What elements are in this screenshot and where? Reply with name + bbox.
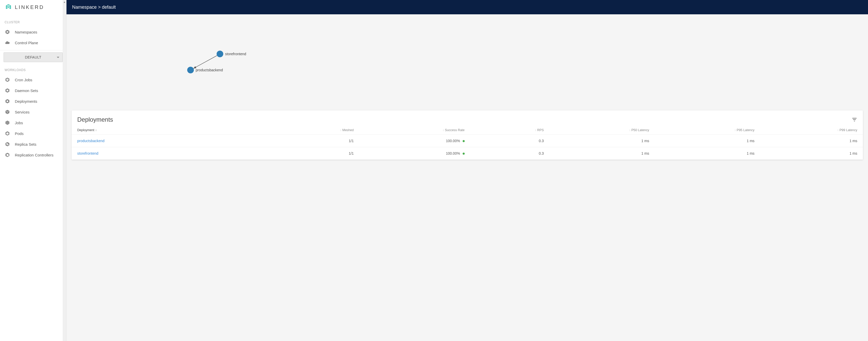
- chevron-down-icon: [57, 57, 59, 58]
- sidebar-item-label: Replica Sets: [15, 142, 36, 147]
- sort-icon: ↑: [535, 129, 536, 132]
- cell-rps: 0.3: [468, 135, 547, 147]
- sidebar-item-deployments[interactable]: Deployments: [0, 96, 66, 106]
- sidebar-item-label: Services: [15, 110, 30, 114]
- status-ok-icon: [463, 153, 465, 155]
- sidebar-item-replica-sets[interactable]: Replica Sets: [0, 139, 66, 150]
- graph-node-label: productsbackend: [196, 68, 223, 72]
- cell-meshed: 1/1: [278, 147, 357, 160]
- table-row: storefrontend1/1100.00% 0.31 ms1 ms1 ms: [72, 147, 863, 160]
- sort-icon: ↑: [340, 129, 342, 132]
- sidebar-section-cluster: CLUSTER: [0, 18, 66, 27]
- pods-icon: [5, 131, 10, 136]
- sidebar-item-label: Cron Jobs: [15, 78, 32, 82]
- col-success-rate[interactable]: ↑Success Rate: [357, 126, 468, 135]
- col-p95[interactable]: ↑P95 Latency: [652, 126, 757, 135]
- svg-point-13: [8, 122, 8, 122]
- topology-graph[interactable]: storefrontendproductsbackend: [66, 14, 868, 106]
- card-title: Deployments: [77, 116, 113, 123]
- cell-p99: 1 ms: [757, 147, 863, 160]
- cell-meshed: 1/1: [278, 135, 357, 147]
- sidebar-item-label: Deployments: [15, 99, 37, 103]
- cell-rps: 0.3: [468, 147, 547, 160]
- graph-node-label: storefrontend: [225, 52, 246, 56]
- cell-p95: 1 ms: [652, 135, 757, 147]
- sidebar-item-replication-controllers[interactable]: Replication Controllers: [0, 150, 66, 160]
- graph-edge: [193, 56, 217, 68]
- namespaces-icon: [5, 29, 10, 35]
- graph-node[interactable]: [217, 51, 223, 57]
- cell-success: 100.00%: [357, 135, 468, 147]
- deployments-table: Deployment↑ ↑Meshed ↑Success Rate ↑RPS ↑…: [72, 126, 863, 160]
- topbar: Namespace > default: [66, 0, 868, 14]
- sort-icon: ↑: [735, 129, 736, 132]
- deployments-card: Deployments Deployment↑ ↑Meshed ↑: [72, 111, 863, 160]
- deployment-link[interactable]: productsbackend: [77, 139, 104, 143]
- filter-icon[interactable]: [851, 117, 857, 122]
- cell-p50: 1 ms: [547, 147, 652, 160]
- sidebar-item-label: Jobs: [15, 121, 23, 125]
- svg-point-15: [8, 123, 8, 124]
- sidebar-item-label: Daemon Sets: [15, 88, 38, 93]
- services-icon: [5, 109, 10, 115]
- svg-rect-20: [7, 144, 8, 145]
- col-meshed[interactable]: ↑Meshed: [278, 126, 357, 135]
- col-rps[interactable]: ↑RPS: [468, 126, 547, 135]
- svg-rect-5: [7, 90, 8, 92]
- scroll-up-icon: ▲: [63, 0, 66, 4]
- main: Namespace > default storefrontendproduct…: [66, 0, 868, 341]
- sidebar-item-label: Pods: [15, 131, 24, 136]
- svg-point-14: [7, 123, 7, 124]
- sidebar-item-label: Namespaces: [15, 30, 37, 34]
- svg-rect-23: [7, 154, 9, 156]
- cell-p95: 1 ms: [652, 147, 757, 160]
- namespace-selector[interactable]: DEFAULT: [4, 53, 63, 62]
- sidebar: LINKERD CLUSTER Namespaces Control Plane…: [0, 0, 66, 341]
- breadcrumb: Namespace > default: [72, 5, 116, 10]
- sidebar-item-pods[interactable]: Pods: [0, 128, 66, 139]
- col-p99[interactable]: ↑P99 Latency: [757, 126, 863, 135]
- svg-rect-1: [7, 31, 8, 33]
- deployment-link[interactable]: storefrontend: [77, 151, 98, 155]
- sidebar-item-namespaces[interactable]: Namespaces: [0, 27, 66, 37]
- linkerd-logo-icon: [5, 3, 12, 11]
- deployments-icon: [5, 98, 10, 104]
- sort-icon: ↑: [629, 129, 631, 132]
- sidebar-item-cron-jobs[interactable]: Cron Jobs: [0, 74, 66, 85]
- col-p50[interactable]: ↑P50 Latency: [547, 126, 652, 135]
- svg-marker-11: [6, 121, 9, 125]
- cell-success: 100.00%: [357, 147, 468, 160]
- sidebar-item-jobs[interactable]: Jobs: [0, 117, 66, 128]
- graph-node[interactable]: [187, 67, 194, 73]
- col-deployment[interactable]: Deployment↑: [72, 126, 278, 135]
- brand-bar: LINKERD: [0, 0, 66, 14]
- namespace-selector-value: DEFAULT: [25, 55, 41, 59]
- sort-icon: ↑: [443, 129, 444, 132]
- jobs-icon: [5, 120, 10, 125]
- table-row: productsbackend1/1100.00% 0.31 ms1 ms1 m…: [72, 135, 863, 147]
- sidebar-item-daemon-sets[interactable]: Daemon Sets: [0, 85, 66, 96]
- sidebar-scrollbar[interactable]: ▲: [63, 0, 66, 341]
- sidebar-item-control-plane[interactable]: Control Plane: [0, 37, 66, 48]
- sort-icon: ↑: [837, 129, 839, 132]
- status-ok-icon: [463, 140, 465, 142]
- svg-marker-7: [6, 110, 9, 114]
- daemonsets-icon: [5, 88, 10, 93]
- svg-point-12: [7, 122, 7, 122]
- brand-name: LINKERD: [15, 4, 44, 10]
- cell-p50: 1 ms: [547, 135, 652, 147]
- replicasets-icon: [5, 142, 10, 147]
- cell-p99: 1 ms: [757, 135, 863, 147]
- cloud-icon: [5, 40, 10, 45]
- svg-point-9: [8, 111, 8, 112]
- sort-asc-icon: ↑: [95, 129, 97, 132]
- sidebar-item-label: Control Plane: [15, 41, 38, 45]
- sidebar-item-services[interactable]: Services: [0, 106, 66, 117]
- sidebar-section-workloads: WORKLOADS: [0, 66, 66, 74]
- cronjobs-icon: [5, 77, 10, 83]
- replicationcontrollers-icon: [5, 152, 10, 158]
- sidebar-item-label: Replication Controllers: [15, 153, 54, 157]
- svg-point-8: [6, 111, 7, 112]
- svg-point-10: [7, 112, 8, 113]
